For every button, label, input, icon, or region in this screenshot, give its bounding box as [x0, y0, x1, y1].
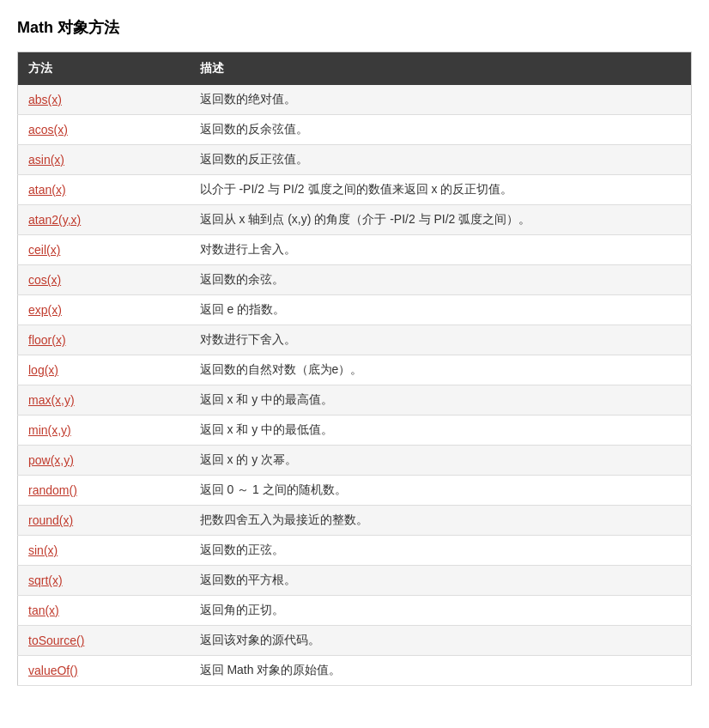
methods-table: 方法 描述 abs(x)返回数的绝对值。acos(x)返回数的反余弦值。asin…	[17, 52, 692, 686]
description-cell: 以介于 -PI/2 与 PI/2 弧度之间的数值来返回 x 的反正切值。	[190, 175, 692, 205]
column-header-description: 描述	[190, 52, 692, 86]
method-link[interactable]: floor(x)	[28, 333, 66, 347]
method-link[interactable]: ceil(x)	[28, 243, 60, 257]
description-cell: 返回数的反正弦值。	[190, 145, 692, 175]
table-row: log(x)返回数的自然对数（底为e）。	[18, 355, 692, 385]
description-cell: 返回 x 和 y 中的最低值。	[190, 416, 692, 446]
method-cell: tan(x)	[18, 596, 190, 626]
description-cell: 对数进行下舍入。	[190, 325, 692, 355]
method-link[interactable]: round(x)	[28, 513, 73, 527]
table-row: sin(x)返回数的正弦。	[18, 536, 692, 566]
method-link[interactable]: toSource()	[28, 634, 84, 647]
method-link[interactable]: exp(x)	[28, 303, 62, 317]
table-row: floor(x)对数进行下舍入。	[18, 325, 692, 355]
method-link[interactable]: abs(x)	[28, 93, 62, 106]
method-link[interactable]: asin(x)	[28, 153, 64, 167]
method-link[interactable]: atan2(y,x)	[28, 213, 81, 227]
table-row: abs(x)返回数的绝对值。	[18, 85, 692, 115]
method-cell: exp(x)	[18, 295, 190, 325]
table-row: sqrt(x)返回数的平方根。	[18, 566, 692, 596]
description-cell: 返回数的自然对数（底为e）。	[190, 355, 692, 385]
description-cell: 返回 0 ～ 1 之间的随机数。	[190, 476, 692, 506]
description-cell: 对数进行上舍入。	[190, 235, 692, 265]
method-cell: abs(x)	[18, 85, 190, 115]
method-link[interactable]: random()	[28, 483, 77, 497]
description-cell: 返回该对象的源代码。	[190, 626, 692, 656]
column-header-method: 方法	[18, 52, 190, 86]
table-row: valueOf()返回 Math 对象的原始值。	[18, 656, 692, 686]
table-header-row: 方法 描述	[18, 52, 692, 86]
description-cell: 返回数的平方根。	[190, 566, 692, 596]
method-cell: cos(x)	[18, 265, 190, 295]
table-row: cos(x)返回数的余弦。	[18, 265, 692, 295]
description-cell: 返回 Math 对象的原始值。	[190, 656, 692, 686]
method-cell: toSource()	[18, 626, 190, 656]
method-cell: floor(x)	[18, 325, 190, 355]
table-row: random()返回 0 ～ 1 之间的随机数。	[18, 476, 692, 506]
page-title: Math 对象方法	[17, 17, 692, 38]
description-cell: 把数四舍五入为最接近的整数。	[190, 506, 692, 536]
method-link[interactable]: sqrt(x)	[28, 573, 63, 587]
method-link[interactable]: cos(x)	[28, 273, 61, 287]
method-cell: asin(x)	[18, 145, 190, 175]
description-cell: 返回角的正切。	[190, 596, 692, 626]
method-link[interactable]: sin(x)	[28, 543, 58, 557]
table-row: pow(x,y)返回 x 的 y 次幂。	[18, 446, 692, 476]
method-cell: round(x)	[18, 506, 190, 536]
method-cell: sin(x)	[18, 536, 190, 566]
description-cell: 返回数的反余弦值。	[190, 115, 692, 145]
description-cell: 返回 x 和 y 中的最高值。	[190, 385, 692, 416]
method-link[interactable]: pow(x,y)	[28, 453, 74, 467]
table-row: exp(x)返回 e 的指数。	[18, 295, 692, 325]
method-cell: atan(x)	[18, 175, 190, 205]
table-row: atan2(y,x)返回从 x 轴到点 (x,y) 的角度（介于 -PI/2 与…	[18, 205, 692, 235]
method-link[interactable]: tan(x)	[28, 604, 59, 617]
method-cell: sqrt(x)	[18, 566, 190, 596]
method-link[interactable]: acos(x)	[28, 123, 68, 136]
method-link[interactable]: log(x)	[28, 363, 58, 377]
description-cell: 返回数的正弦。	[190, 536, 692, 566]
method-cell: max(x,y)	[18, 385, 190, 416]
method-link[interactable]: min(x,y)	[28, 423, 71, 437]
method-link[interactable]: max(x,y)	[28, 393, 75, 407]
method-cell: random()	[18, 476, 190, 506]
table-row: acos(x)返回数的反余弦值。	[18, 115, 692, 145]
table-row: max(x,y)返回 x 和 y 中的最高值。	[18, 385, 692, 416]
table-row: round(x)把数四舍五入为最接近的整数。	[18, 506, 692, 536]
table-row: min(x,y)返回 x 和 y 中的最低值。	[18, 416, 692, 446]
description-cell: 返回从 x 轴到点 (x,y) 的角度（介于 -PI/2 与 PI/2 弧度之间…	[190, 205, 692, 235]
table-row: toSource()返回该对象的源代码。	[18, 626, 692, 656]
table-row: atan(x)以介于 -PI/2 与 PI/2 弧度之间的数值来返回 x 的反正…	[18, 175, 692, 205]
table-row: asin(x)返回数的反正弦值。	[18, 145, 692, 175]
table-row: ceil(x)对数进行上舍入。	[18, 235, 692, 265]
description-cell: 返回数的绝对值。	[190, 85, 692, 115]
method-cell: pow(x,y)	[18, 446, 190, 476]
description-cell: 返回 e 的指数。	[190, 295, 692, 325]
method-cell: min(x,y)	[18, 416, 190, 446]
method-cell: acos(x)	[18, 115, 190, 145]
description-cell: 返回数的余弦。	[190, 265, 692, 295]
method-link[interactable]: atan(x)	[28, 183, 66, 197]
method-cell: valueOf()	[18, 656, 190, 686]
method-cell: atan2(y,x)	[18, 205, 190, 235]
table-row: tan(x)返回角的正切。	[18, 596, 692, 626]
method-cell: log(x)	[18, 355, 190, 385]
method-link[interactable]: valueOf()	[28, 664, 78, 677]
method-cell: ceil(x)	[18, 235, 190, 265]
description-cell: 返回 x 的 y 次幂。	[190, 446, 692, 476]
